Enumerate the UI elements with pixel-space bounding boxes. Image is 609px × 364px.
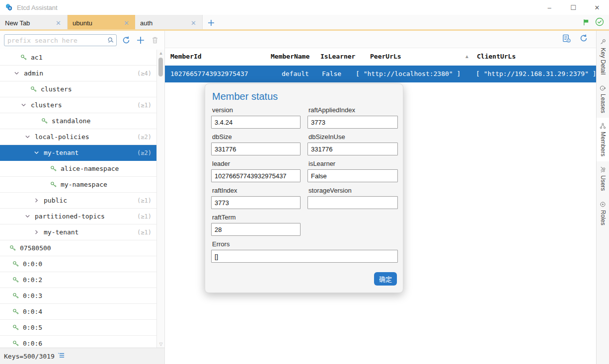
confirm-button[interactable]: 确定 (374, 272, 397, 286)
tree-item-0:0:4[interactable]: 0:0:4 (0, 304, 156, 320)
search-row (0, 31, 164, 50)
field-raftIndex: raftIndex (211, 187, 301, 209)
pin-flag-icon[interactable] (583, 18, 590, 28)
field-label: raftAppliedIndex (308, 106, 398, 114)
tree-scrollbar[interactable]: ▲ ▽ (156, 50, 164, 348)
maximize-button[interactable]: ☐ (561, 0, 585, 15)
key-icon (12, 292, 19, 299)
chevron-right-icon[interactable] (33, 198, 40, 203)
sidebar-tab-key-detail[interactable]: Key Detail (597, 34, 609, 80)
tree-item-alice-namespace[interactable]: alice-namespace (0, 161, 156, 177)
raftIndex-input[interactable] (211, 196, 301, 209)
member-row[interactable]: 10276657743932975437defaultFalse[ "http:… (165, 66, 596, 82)
chevron-down-icon[interactable] (33, 150, 40, 155)
tree-item-0:0:2[interactable]: 0:0:2 (0, 272, 156, 288)
tree-item-0:0:5[interactable]: 0:0:5 (0, 320, 156, 336)
key-icon (50, 181, 57, 188)
dbSizeInUse-input[interactable] (307, 143, 398, 155)
sidebar-tab-roles[interactable]: Roles (597, 196, 609, 230)
tab-close-icon[interactable]: ✕ (55, 19, 62, 27)
sort-asc-icon[interactable]: ▲ (464, 54, 469, 59)
key-icon (41, 118, 48, 125)
field-label: leader (212, 160, 301, 167)
chevron-down-icon[interactable] (20, 102, 27, 108)
key-icon (12, 261, 19, 268)
titlebar: Etcd Assistant – ☐ ✕ (0, 0, 609, 15)
tree-item-label: 0:0:3 (23, 292, 42, 299)
tab-new-tab[interactable]: New Tab✕ (0, 15, 68, 31)
tab-close-icon[interactable]: ✕ (190, 19, 197, 27)
member-cell-peerurls: [ "http://localhost:2380" ] (356, 70, 460, 77)
sidebar-tab-label: Roles (600, 210, 607, 225)
scroll-down-icon[interactable]: ▽ (157, 342, 164, 347)
column-header-peerurls[interactable]: PeerUrLs (370, 53, 401, 60)
field-leader: leader (211, 160, 301, 182)
tree-item-label: local-policies (35, 133, 89, 141)
sidebar-tab-users[interactable]: Users (597, 161, 609, 196)
chevron-right-icon[interactable] (33, 229, 40, 235)
leader-input[interactable] (211, 169, 301, 182)
sidebar-tab-members[interactable]: Members (597, 118, 609, 161)
tab-close-icon[interactable]: ✕ (123, 19, 130, 27)
refresh-icon[interactable] (121, 35, 131, 46)
chevron-down-icon[interactable] (24, 134, 31, 140)
tree-item-count: (≥4) (137, 70, 152, 77)
tree-item-0:0:6[interactable]: 0:0:6 (0, 336, 156, 348)
add-tab-button[interactable] (203, 15, 220, 31)
chevron-down-icon[interactable] (13, 71, 20, 76)
tree-item-label: alice-namespace (61, 165, 119, 172)
tree-item-ac1[interactable]: ac1 (0, 50, 156, 66)
tree-item-local-policies[interactable]: local-policies(≥2) (0, 129, 156, 145)
prefix-search-input[interactable] (4, 34, 117, 46)
sidebar-tab-leases[interactable]: Leases (597, 80, 609, 118)
raftTerm-input[interactable] (211, 223, 301, 236)
isLearner-input[interactable] (307, 169, 398, 182)
delete-icon[interactable] (150, 35, 160, 46)
tab-ubuntu[interactable]: ubuntu✕ (68, 15, 135, 31)
sidebar-tab-label: Members (600, 132, 607, 156)
key-icon (12, 324, 19, 331)
tree-item-clusters[interactable]: clusters (0, 81, 156, 97)
tree-item-public[interactable]: public(≥1) (0, 193, 156, 209)
tree-item-admin[interactable]: admin(≥4) (0, 66, 156, 81)
minimize-button[interactable]: – (537, 0, 561, 15)
chevron-down-icon[interactable] (24, 214, 31, 219)
member-cell-memberid: 10276657743932975437 (170, 70, 248, 77)
column-header-clienturls[interactable]: ClientUrLs (477, 53, 516, 60)
tree-item-count: (≥2) (137, 134, 152, 141)
tree-item-07580500[interactable]: 07580500 (0, 240, 156, 256)
key-icon (20, 54, 27, 61)
column-header-membername[interactable]: MemberName (271, 53, 309, 60)
field-storageVersion: storageVersion (307, 187, 398, 209)
tree-item-standalone[interactable]: standalone (0, 113, 156, 129)
close-button[interactable]: ✕ (585, 0, 609, 15)
tree-item-my-tenant[interactable]: my-tenant(≥2) (0, 145, 156, 161)
column-header-memberid[interactable]: MemberId (170, 53, 202, 60)
tab-auth[interactable]: auth✕ (135, 15, 203, 31)
add-icon[interactable] (136, 35, 146, 46)
tree-item-count: (≥1) (137, 197, 152, 204)
column-header-islearner[interactable]: IsLearner (320, 53, 355, 60)
version-input[interactable] (211, 116, 301, 129)
scroll-up-icon[interactable]: ▲ (157, 51, 164, 56)
tree-item-0:0:0[interactable]: 0:0:0 (0, 256, 156, 272)
refresh-icon[interactable] (579, 34, 588, 45)
member-status-icon[interactable] (562, 34, 571, 45)
key-detail-icon (600, 39, 607, 45)
search-icon[interactable] (107, 37, 114, 46)
tree-item-clusters[interactable]: clusters(≥1) (0, 97, 156, 113)
field-label: storageVersion (308, 187, 398, 194)
tree-item-partitioned-topics[interactable]: partitioned-topics(≥1) (0, 209, 156, 224)
tree-item-my-tenant[interactable]: my-tenant(≥1) (0, 224, 156, 240)
Errors-input[interactable] (211, 250, 398, 263)
raftAppliedIndex-input[interactable] (307, 116, 398, 129)
tree-item-my-namespace[interactable]: my-namespace (0, 177, 156, 193)
tree-item-0:0:3[interactable]: 0:0:3 (0, 288, 156, 304)
list-icon[interactable] (58, 352, 65, 360)
tree-item-label: 07580500 (20, 244, 51, 252)
check-circle-icon[interactable] (595, 17, 604, 28)
member-cell-islearner: False (322, 70, 341, 77)
dbSize-input[interactable] (211, 143, 301, 155)
storageVersion-input[interactable] (307, 196, 398, 209)
scrollbar-thumb[interactable] (158, 58, 163, 76)
